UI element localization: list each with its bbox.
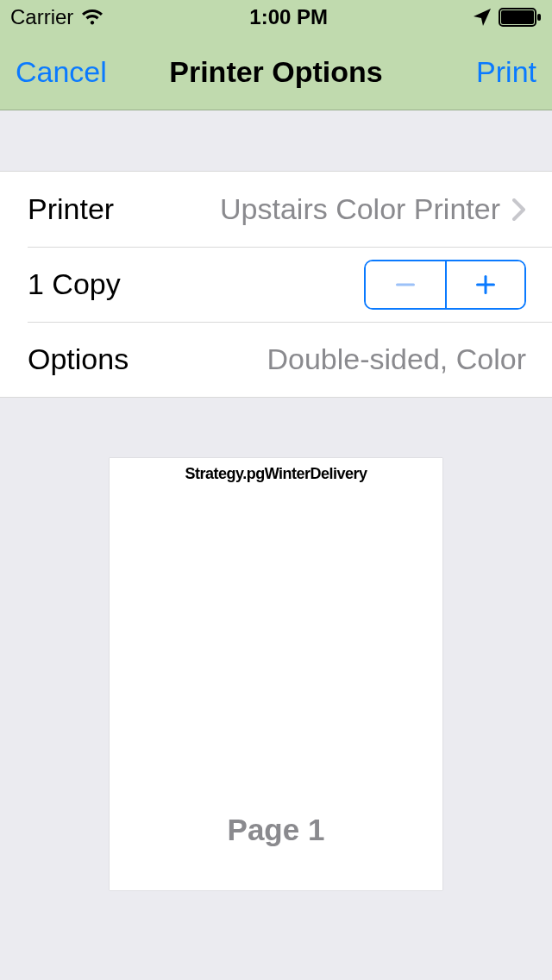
wifi-icon	[80, 9, 104, 26]
svg-rect-1	[501, 10, 534, 24]
status-left: Carrier	[10, 5, 104, 29]
status-right	[473, 8, 542, 27]
print-button[interactable]: Print	[476, 55, 536, 89]
thumbnail-content-text: Strategy.pgWinterDelivery	[110, 465, 442, 483]
battery-icon	[499, 8, 542, 27]
options-value: Double-sided, Color	[267, 342, 527, 376]
copies-stepper	[364, 260, 526, 310]
page-thumbnail[interactable]: Strategy.pgWinterDelivery Page 1	[110, 458, 442, 890]
stepper-increment-button[interactable]	[445, 261, 524, 308]
printer-row[interactable]: Printer Upstairs Color Printer	[0, 172, 552, 247]
printer-value: Upstairs Color Printer	[220, 192, 500, 226]
chevron-right-icon	[512, 198, 526, 221]
status-time: 1:00 PM	[249, 5, 328, 29]
svg-rect-3	[396, 283, 415, 286]
svg-rect-5	[485, 275, 487, 294]
carrier-label: Carrier	[10, 5, 73, 29]
preview-area: Strategy.pgWinterDelivery Page 1	[0, 458, 552, 980]
options-label: Options	[28, 342, 129, 376]
page-title: Printer Options	[169, 55, 382, 89]
copies-label: 1 Copy	[28, 267, 121, 301]
minus-icon	[392, 272, 418, 298]
options-row[interactable]: Options Double-sided, Color	[0, 322, 552, 397]
cancel-button[interactable]: Cancel	[16, 55, 107, 89]
plus-icon	[473, 272, 499, 298]
location-icon	[473, 8, 492, 27]
printer-label: Printer	[28, 192, 114, 226]
settings-group: Printer Upstairs Color Printer 1 Copy Op…	[0, 171, 552, 398]
page-number-label: Page 1	[110, 813, 442, 847]
status-bar: Carrier 1:00 PM	[0, 0, 552, 35]
copies-row: 1 Copy	[0, 247, 552, 322]
svg-rect-2	[537, 14, 541, 21]
stepper-decrement-button[interactable]	[366, 261, 445, 308]
nav-bar: Cancel Printer Options Print	[0, 35, 552, 110]
